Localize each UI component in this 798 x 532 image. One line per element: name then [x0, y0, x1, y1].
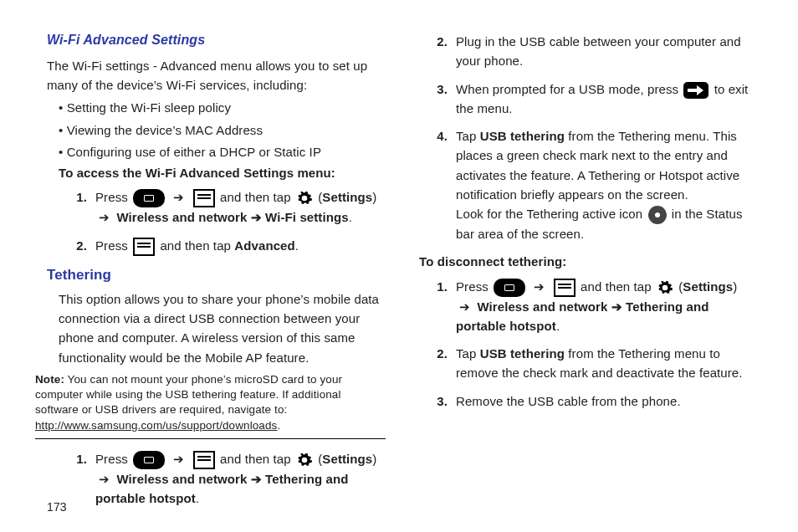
steps-disconnect: 1. Press ➔ and then tap (Settings) ➔ Wir… [419, 277, 758, 411]
text: Press [95, 190, 131, 204]
label-access-advanced: To access the Wi-Fi Advanced Settings me… [47, 163, 386, 182]
right-column: 2. Plug in the USB cable between your co… [419, 30, 758, 516]
text: Press [95, 238, 131, 253]
step-body: Press and then tap Advanced. [95, 236, 386, 256]
support-link[interactable]: http://www.samsung.com/us/support/downlo… [35, 419, 277, 432]
text: . [295, 238, 299, 253]
steps-access-advanced: 1. Press ➔ and then tap (Settings) ➔ Wir… [47, 187, 386, 255]
usb-exit-icon [683, 82, 708, 99]
step-number: 2. [431, 32, 448, 51]
settings-label: Settings [683, 279, 733, 294]
text: and then tap [220, 190, 294, 204]
gear-icon [296, 190, 313, 207]
usb-tethering-label: USB tethering [480, 346, 565, 361]
text: . [556, 319, 560, 333]
home-button-icon [494, 279, 525, 297]
text: . [277, 419, 280, 432]
menu-button-icon [133, 238, 155, 256]
arrow-icon: ➔ [99, 207, 110, 227]
arrow-icon: ➔ [173, 187, 184, 207]
bullet-dhcp-static: Configuring use of either a DHCP or Stat… [47, 142, 386, 161]
steps-tethering-connect: 1. Press ➔ and then tap (Settings) ➔ Wir… [47, 449, 386, 509]
step-body: When prompted for a USB mode, press to e… [456, 79, 758, 119]
text: . [349, 210, 352, 224]
nav-chain: Wireless and network ➔ Tethering and por… [95, 472, 348, 505]
step-number: 2. [70, 236, 87, 255]
step-body: Plug in the USB cable between your compu… [456, 32, 758, 71]
step-body: Press ➔ and then tap (Settings) ➔ Wirele… [95, 449, 386, 509]
gear-icon [296, 452, 313, 468]
left-column: Wi-Fi Advanced Settings The Wi-Fi settin… [47, 30, 386, 516]
page-number: 173 [47, 500, 67, 514]
manual-page: Wi-Fi Advanced Settings The Wi-Fi settin… [0, 0, 798, 532]
two-column-layout: Wi-Fi Advanced Settings The Wi-Fi settin… [47, 30, 758, 516]
step-2: 2. Tap USB tethering from the Tethering … [431, 344, 758, 383]
text: and then tap [160, 238, 234, 253]
text: When prompted for a USB mode, press [456, 82, 682, 96]
step-number: 3. [431, 391, 448, 411]
advanced-label: Advanced [234, 238, 295, 253]
steps-tethering-continued: 2. Plug in the USB cable between your co… [419, 32, 758, 243]
step-number: 1. [431, 277, 448, 296]
gear-icon [657, 279, 673, 296]
step-body: Press ➔ and then tap (Settings) ➔ Wirele… [95, 187, 386, 227]
step-3: 3. When prompted for a USB mode, press t… [431, 79, 758, 119]
step-number: 3. [431, 79, 448, 99]
step-4: 4. Tap USB tethering from the Tethering … [431, 126, 758, 243]
nav-chain: Wireless and network ➔ Tethering and por… [456, 299, 708, 333]
heading-wifi-advanced: Wi-Fi Advanced Settings [47, 30, 386, 51]
note-text: You can not mount your phone’s microSD c… [35, 373, 342, 416]
wifi-intro-text: The Wi-Fi settings - Advanced menu allow… [47, 56, 386, 95]
text: . [196, 491, 199, 505]
arrow-icon: ➔ [173, 449, 184, 468]
usb-tethering-label: USB tethering [480, 129, 565, 143]
step-body: Remove the USB cable from the phone. [456, 391, 758, 411]
tethering-active-icon [648, 206, 667, 224]
home-button-icon [133, 189, 165, 207]
note-box: Note: You can not mount your phone’s mic… [35, 372, 386, 439]
label-disconnect-tethering: To disconnect tethering: [419, 252, 758, 271]
text: and then tap [581, 279, 655, 294]
step-body: Tap USB tethering from the Tethering men… [456, 344, 758, 383]
step-body: Press ➔ and then tap (Settings) ➔ Wirele… [456, 277, 758, 336]
step-number: 1. [70, 187, 87, 207]
step-number: 4. [431, 126, 448, 146]
arrow-icon: ➔ [534, 277, 545, 296]
text: Press [95, 452, 131, 466]
menu-button-icon [193, 189, 215, 207]
arrow-icon: ➔ [99, 469, 110, 489]
step-number: 1. [70, 449, 87, 468]
text: Tap [456, 346, 480, 361]
note-label: Note: [35, 373, 64, 386]
settings-label: Settings [322, 452, 372, 466]
step-2: 2. Plug in the USB cable between your co… [431, 32, 758, 71]
bullet-sleep-policy: Setting the Wi-Fi sleep policy [47, 98, 386, 117]
home-button-icon [133, 451, 165, 469]
step-body: Tap USB tethering from the Tethering men… [456, 126, 758, 243]
bullet-mac-address: Viewing the device’s MAC Address [47, 120, 386, 140]
nav-chain: Wireless and network ➔ Wi-Fi settings [116, 210, 348, 224]
text: Look for the Tethering active icon [456, 207, 647, 221]
text: Press [456, 279, 492, 294]
menu-button-icon [554, 279, 575, 297]
text: and then tap [220, 452, 294, 466]
step-1: 1. Press ➔ and then tap (Settings) ➔ Wir… [70, 449, 386, 509]
step-1: 1. Press ➔ and then tap (Settings) ➔ Wir… [431, 277, 758, 336]
step-number: 2. [431, 344, 448, 363]
tethering-description: This option allows you to share your pho… [47, 289, 386, 367]
menu-button-icon [193, 451, 215, 469]
arrow-icon: ➔ [459, 297, 470, 316]
step-1: 1. Press ➔ and then tap (Settings) ➔ Wir… [70, 187, 386, 227]
step-2: 2. Press and then tap Advanced. [70, 236, 386, 256]
heading-tethering: Tethering [35, 264, 386, 286]
step-3: 3. Remove the USB cable from the phone. [431, 391, 758, 411]
text: Tap [456, 129, 480, 143]
settings-label: Settings [322, 190, 372, 204]
